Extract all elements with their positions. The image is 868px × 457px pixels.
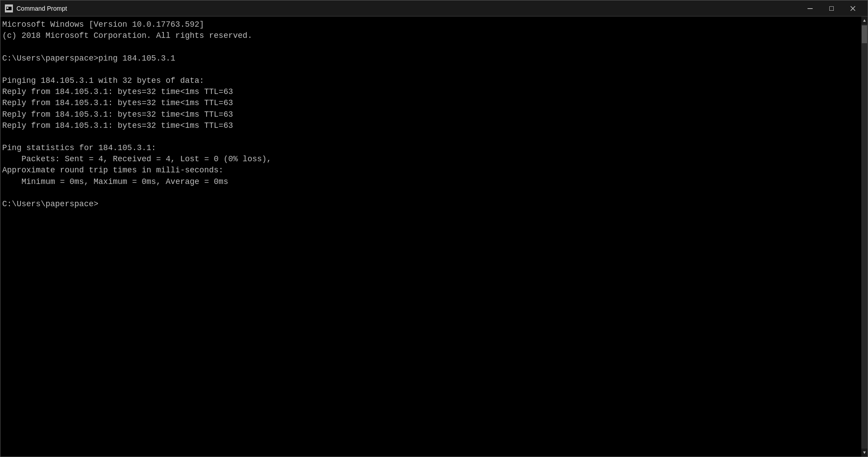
scrollbar-thumb[interactable] (862, 25, 867, 43)
scroll-down-arrow[interactable]: ▼ (861, 449, 868, 457)
console-text: Microsoft Windows [Version 10.0.17763.59… (2, 19, 860, 210)
cmd-window: Command Prompt ─ □ Microsoft Windows [Ve… (0, 0, 868, 457)
console-output[interactable]: Microsoft Windows [Version 10.0.17763.59… (0, 16, 868, 457)
close-icon (850, 6, 856, 11)
window-controls: ─ □ (800, 1, 863, 16)
scrollbar[interactable]: ▲ ▼ (861, 16, 868, 457)
title-bar: Command Prompt ─ □ (0, 0, 868, 16)
maximize-button[interactable]: □ (821, 1, 842, 16)
minimize-button[interactable]: ─ (800, 1, 820, 16)
cmd-icon (5, 4, 13, 12)
scrollbar-track[interactable] (861, 24, 868, 449)
close-button[interactable] (843, 1, 863, 16)
window-title: Command Prompt (16, 5, 800, 12)
scroll-up-arrow[interactable]: ▲ (861, 16, 868, 24)
